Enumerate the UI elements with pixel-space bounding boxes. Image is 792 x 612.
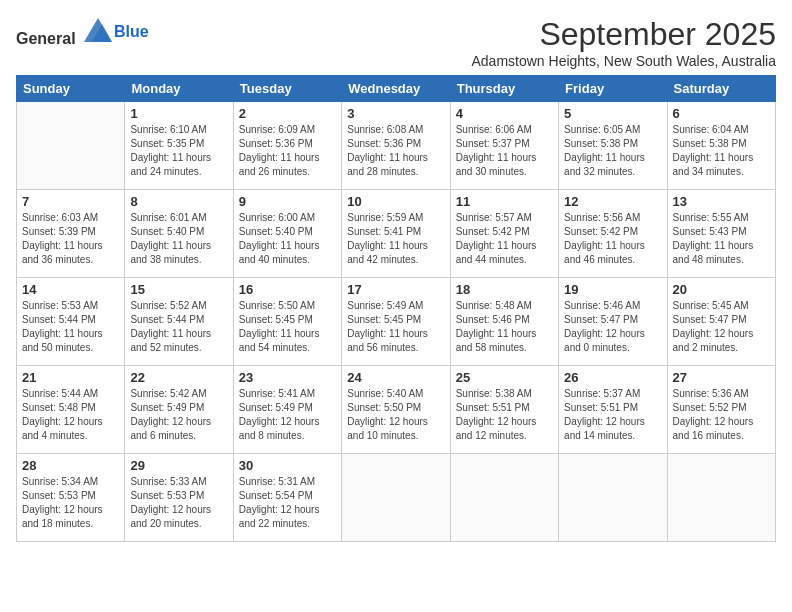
day-info: Sunrise: 6:05 AM Sunset: 5:38 PM Dayligh… <box>564 123 661 179</box>
day-number: 8 <box>130 194 227 209</box>
day-info: Sunrise: 6:03 AM Sunset: 5:39 PM Dayligh… <box>22 211 119 267</box>
day-info: Sunrise: 6:04 AM Sunset: 5:38 PM Dayligh… <box>673 123 770 179</box>
day-number: 23 <box>239 370 336 385</box>
calendar-day-cell: 17Sunrise: 5:49 AM Sunset: 5:45 PM Dayli… <box>342 278 450 366</box>
calendar-week-row: 28Sunrise: 5:34 AM Sunset: 5:53 PM Dayli… <box>17 454 776 542</box>
day-number: 25 <box>456 370 553 385</box>
day-number: 10 <box>347 194 444 209</box>
day-info: Sunrise: 5:31 AM Sunset: 5:54 PM Dayligh… <box>239 475 336 531</box>
day-number: 1 <box>130 106 227 121</box>
calendar-day-cell: 15Sunrise: 5:52 AM Sunset: 5:44 PM Dayli… <box>125 278 233 366</box>
day-of-week-header: Wednesday <box>342 76 450 102</box>
day-number: 22 <box>130 370 227 385</box>
day-info: Sunrise: 5:34 AM Sunset: 5:53 PM Dayligh… <box>22 475 119 531</box>
day-number: 24 <box>347 370 444 385</box>
day-number: 9 <box>239 194 336 209</box>
logo-blue: Blue <box>114 23 149 40</box>
day-of-week-header: Thursday <box>450 76 558 102</box>
calendar-day-cell: 5Sunrise: 6:05 AM Sunset: 5:38 PM Daylig… <box>559 102 667 190</box>
location-title: Adamstown Heights, New South Wales, Aust… <box>471 53 776 69</box>
day-number: 17 <box>347 282 444 297</box>
day-info: Sunrise: 5:55 AM Sunset: 5:43 PM Dayligh… <box>673 211 770 267</box>
day-number: 4 <box>456 106 553 121</box>
day-info: Sunrise: 5:46 AM Sunset: 5:47 PM Dayligh… <box>564 299 661 355</box>
calendar-day-cell: 10Sunrise: 5:59 AM Sunset: 5:41 PM Dayli… <box>342 190 450 278</box>
page-header: General Blue September 2025 Adamstown He… <box>16 16 776 69</box>
day-number: 26 <box>564 370 661 385</box>
month-title: September 2025 <box>471 16 776 53</box>
day-number: 7 <box>22 194 119 209</box>
day-info: Sunrise: 6:08 AM Sunset: 5:36 PM Dayligh… <box>347 123 444 179</box>
calendar-day-cell: 18Sunrise: 5:48 AM Sunset: 5:46 PM Dayli… <box>450 278 558 366</box>
calendar-day-cell <box>450 454 558 542</box>
day-info: Sunrise: 5:36 AM Sunset: 5:52 PM Dayligh… <box>673 387 770 443</box>
calendar-week-row: 1Sunrise: 6:10 AM Sunset: 5:35 PM Daylig… <box>17 102 776 190</box>
day-info: Sunrise: 5:49 AM Sunset: 5:45 PM Dayligh… <box>347 299 444 355</box>
calendar-day-cell: 21Sunrise: 5:44 AM Sunset: 5:48 PM Dayli… <box>17 366 125 454</box>
calendar-day-cell: 14Sunrise: 5:53 AM Sunset: 5:44 PM Dayli… <box>17 278 125 366</box>
calendar-day-cell <box>667 454 775 542</box>
calendar-day-cell: 25Sunrise: 5:38 AM Sunset: 5:51 PM Dayli… <box>450 366 558 454</box>
day-info: Sunrise: 6:10 AM Sunset: 5:35 PM Dayligh… <box>130 123 227 179</box>
day-number: 27 <box>673 370 770 385</box>
calendar-day-cell: 29Sunrise: 5:33 AM Sunset: 5:53 PM Dayli… <box>125 454 233 542</box>
calendar-day-cell <box>342 454 450 542</box>
calendar-day-cell: 8Sunrise: 6:01 AM Sunset: 5:40 PM Daylig… <box>125 190 233 278</box>
day-info: Sunrise: 5:56 AM Sunset: 5:42 PM Dayligh… <box>564 211 661 267</box>
calendar-day-cell: 2Sunrise: 6:09 AM Sunset: 5:36 PM Daylig… <box>233 102 341 190</box>
day-info: Sunrise: 6:00 AM Sunset: 5:40 PM Dayligh… <box>239 211 336 267</box>
day-info: Sunrise: 5:44 AM Sunset: 5:48 PM Dayligh… <box>22 387 119 443</box>
day-info: Sunrise: 5:45 AM Sunset: 5:47 PM Dayligh… <box>673 299 770 355</box>
day-info: Sunrise: 5:57 AM Sunset: 5:42 PM Dayligh… <box>456 211 553 267</box>
day-info: Sunrise: 6:01 AM Sunset: 5:40 PM Dayligh… <box>130 211 227 267</box>
calendar-day-cell: 20Sunrise: 5:45 AM Sunset: 5:47 PM Dayli… <box>667 278 775 366</box>
calendar-day-cell: 27Sunrise: 5:36 AM Sunset: 5:52 PM Dayli… <box>667 366 775 454</box>
day-info: Sunrise: 5:59 AM Sunset: 5:41 PM Dayligh… <box>347 211 444 267</box>
calendar-day-cell: 30Sunrise: 5:31 AM Sunset: 5:54 PM Dayli… <box>233 454 341 542</box>
calendar-day-cell: 3Sunrise: 6:08 AM Sunset: 5:36 PM Daylig… <box>342 102 450 190</box>
day-info: Sunrise: 5:33 AM Sunset: 5:53 PM Dayligh… <box>130 475 227 531</box>
day-info: Sunrise: 5:37 AM Sunset: 5:51 PM Dayligh… <box>564 387 661 443</box>
calendar-day-cell: 1Sunrise: 6:10 AM Sunset: 5:35 PM Daylig… <box>125 102 233 190</box>
day-of-week-header: Monday <box>125 76 233 102</box>
calendar-day-cell: 19Sunrise: 5:46 AM Sunset: 5:47 PM Dayli… <box>559 278 667 366</box>
calendar-day-cell: 7Sunrise: 6:03 AM Sunset: 5:39 PM Daylig… <box>17 190 125 278</box>
calendar-day-cell: 22Sunrise: 5:42 AM Sunset: 5:49 PM Dayli… <box>125 366 233 454</box>
day-number: 3 <box>347 106 444 121</box>
calendar-day-cell: 13Sunrise: 5:55 AM Sunset: 5:43 PM Dayli… <box>667 190 775 278</box>
calendar-week-row: 7Sunrise: 6:03 AM Sunset: 5:39 PM Daylig… <box>17 190 776 278</box>
day-info: Sunrise: 5:40 AM Sunset: 5:50 PM Dayligh… <box>347 387 444 443</box>
day-number: 15 <box>130 282 227 297</box>
day-info: Sunrise: 5:42 AM Sunset: 5:49 PM Dayligh… <box>130 387 227 443</box>
calendar-week-row: 14Sunrise: 5:53 AM Sunset: 5:44 PM Dayli… <box>17 278 776 366</box>
day-number: 20 <box>673 282 770 297</box>
logo: General Blue <box>16 16 149 48</box>
calendar-day-cell: 26Sunrise: 5:37 AM Sunset: 5:51 PM Dayli… <box>559 366 667 454</box>
day-number: 29 <box>130 458 227 473</box>
day-number: 5 <box>564 106 661 121</box>
calendar-day-cell: 16Sunrise: 5:50 AM Sunset: 5:45 PM Dayli… <box>233 278 341 366</box>
day-info: Sunrise: 5:48 AM Sunset: 5:46 PM Dayligh… <box>456 299 553 355</box>
day-number: 30 <box>239 458 336 473</box>
day-info: Sunrise: 5:52 AM Sunset: 5:44 PM Dayligh… <box>130 299 227 355</box>
logo-general: General <box>16 30 76 47</box>
day-number: 14 <box>22 282 119 297</box>
calendar-day-cell: 6Sunrise: 6:04 AM Sunset: 5:38 PM Daylig… <box>667 102 775 190</box>
calendar-day-cell: 12Sunrise: 5:56 AM Sunset: 5:42 PM Dayli… <box>559 190 667 278</box>
day-info: Sunrise: 5:41 AM Sunset: 5:49 PM Dayligh… <box>239 387 336 443</box>
day-number: 13 <box>673 194 770 209</box>
calendar-day-cell: 4Sunrise: 6:06 AM Sunset: 5:37 PM Daylig… <box>450 102 558 190</box>
day-number: 11 <box>456 194 553 209</box>
calendar-day-cell: 23Sunrise: 5:41 AM Sunset: 5:49 PM Dayli… <box>233 366 341 454</box>
day-number: 16 <box>239 282 336 297</box>
calendar-week-row: 21Sunrise: 5:44 AM Sunset: 5:48 PM Dayli… <box>17 366 776 454</box>
day-number: 21 <box>22 370 119 385</box>
calendar-day-cell: 24Sunrise: 5:40 AM Sunset: 5:50 PM Dayli… <box>342 366 450 454</box>
logo-icon <box>82 16 114 44</box>
day-info: Sunrise: 5:53 AM Sunset: 5:44 PM Dayligh… <box>22 299 119 355</box>
day-info: Sunrise: 5:38 AM Sunset: 5:51 PM Dayligh… <box>456 387 553 443</box>
day-number: 6 <box>673 106 770 121</box>
day-number: 19 <box>564 282 661 297</box>
day-of-week-header: Friday <box>559 76 667 102</box>
day-number: 18 <box>456 282 553 297</box>
